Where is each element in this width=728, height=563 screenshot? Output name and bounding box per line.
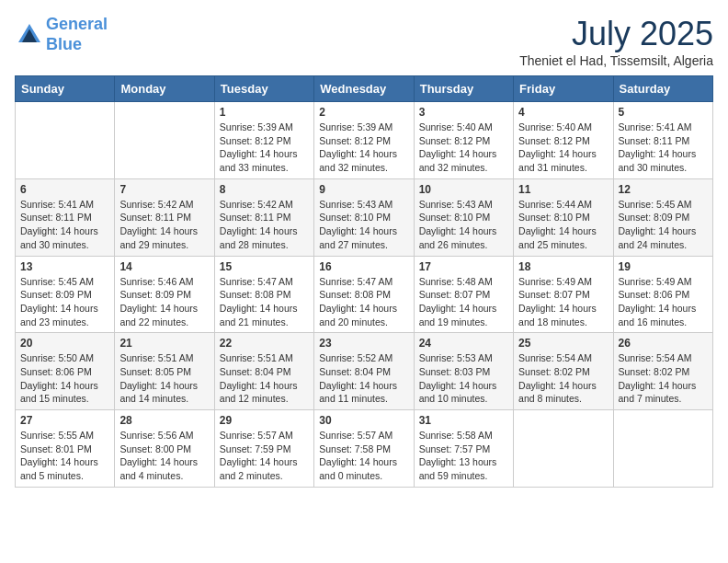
day-info: Sunrise: 5:42 AM Sunset: 8:11 PM Dayligh… (119, 198, 209, 252)
day-number: 2 (319, 106, 408, 119)
calendar-week-row: 13Sunrise: 5:45 AM Sunset: 8:09 PM Dayli… (16, 256, 713, 333)
day-info: Sunrise: 5:51 AM Sunset: 8:05 PM Dayligh… (119, 351, 209, 406)
day-number: 7 (119, 183, 209, 196)
day-info: Sunrise: 5:39 AM Sunset: 8:12 PM Dayligh… (319, 121, 408, 175)
day-info: Sunrise: 5:52 AM Sunset: 8:04 PM Dayligh… (319, 351, 408, 406)
day-number: 30 (319, 414, 408, 427)
day-number: 15 (220, 260, 309, 273)
day-number: 29 (220, 414, 309, 427)
day-number: 9 (319, 183, 408, 196)
weekday-header-cell: Saturday (613, 76, 712, 102)
day-info: Sunrise: 5:40 AM Sunset: 8:12 PM Dayligh… (419, 121, 508, 175)
day-number: 24 (419, 337, 508, 350)
calendar-day-cell: 19Sunrise: 5:49 AM Sunset: 8:06 PM Dayli… (613, 256, 712, 333)
calendar-table: SundayMondayTuesdayWednesdayThursdayFrid… (15, 75, 713, 488)
day-number: 13 (20, 260, 109, 273)
day-number: 21 (119, 337, 209, 350)
calendar-day-cell: 12Sunrise: 5:45 AM Sunset: 8:09 PM Dayli… (613, 178, 712, 256)
day-info: Sunrise: 5:56 AM Sunset: 8:00 PM Dayligh… (119, 429, 209, 483)
calendar-day-cell: 7Sunrise: 5:42 AM Sunset: 8:11 PM Daylig… (115, 178, 214, 256)
location-title: Theniet el Had, Tissemsilt, Algeria (519, 53, 713, 68)
day-number: 17 (419, 260, 508, 273)
day-number: 6 (20, 183, 109, 196)
page-header: General Blue July 2025 Theniet el Had, T… (15, 15, 713, 68)
weekday-header-cell: Friday (514, 76, 613, 102)
calendar-day-cell: 6Sunrise: 5:41 AM Sunset: 8:11 PM Daylig… (16, 178, 115, 256)
calendar-day-cell: 13Sunrise: 5:45 AM Sunset: 8:09 PM Dayli… (16, 256, 115, 333)
day-number: 20 (20, 337, 109, 350)
calendar-day-cell: 1Sunrise: 5:39 AM Sunset: 8:12 PM Daylig… (214, 102, 313, 179)
day-info: Sunrise: 5:49 AM Sunset: 8:07 PM Dayligh… (518, 275, 608, 329)
day-info: Sunrise: 5:47 AM Sunset: 8:08 PM Dayligh… (220, 275, 309, 329)
day-info: Sunrise: 5:43 AM Sunset: 8:10 PM Dayligh… (319, 198, 408, 252)
day-number: 19 (619, 260, 708, 273)
day-number: 23 (319, 337, 408, 350)
day-info: Sunrise: 5:54 AM Sunset: 8:02 PM Dayligh… (619, 351, 708, 406)
calendar-day-cell (115, 102, 214, 179)
calendar-day-cell: 5Sunrise: 5:41 AM Sunset: 8:11 PM Daylig… (613, 102, 712, 179)
logo-text: General Blue (46, 15, 108, 54)
day-info: Sunrise: 5:50 AM Sunset: 8:06 PM Dayligh… (20, 351, 109, 406)
day-number: 26 (619, 337, 708, 350)
calendar-week-row: 1Sunrise: 5:39 AM Sunset: 8:12 PM Daylig… (16, 102, 713, 179)
month-title: July 2025 (519, 15, 713, 53)
calendar-day-cell: 29Sunrise: 5:57 AM Sunset: 7:59 PM Dayli… (214, 410, 313, 488)
day-number: 28 (119, 414, 209, 427)
day-number: 22 (220, 337, 309, 350)
day-info: Sunrise: 5:41 AM Sunset: 8:11 PM Dayligh… (619, 121, 708, 175)
title-block: July 2025 Theniet el Had, Tissemsilt, Al… (519, 15, 713, 68)
day-number: 4 (518, 106, 608, 119)
day-info: Sunrise: 5:57 AM Sunset: 7:59 PM Dayligh… (220, 429, 309, 483)
day-number: 25 (518, 337, 608, 350)
logo: General Blue (15, 15, 108, 54)
calendar-week-row: 27Sunrise: 5:55 AM Sunset: 8:01 PM Dayli… (16, 410, 713, 488)
calendar-day-cell: 4Sunrise: 5:40 AM Sunset: 8:12 PM Daylig… (514, 102, 613, 179)
day-number: 8 (220, 183, 309, 196)
day-info: Sunrise: 5:46 AM Sunset: 8:09 PM Dayligh… (119, 275, 209, 329)
day-number: 16 (319, 260, 408, 273)
calendar-day-cell: 15Sunrise: 5:47 AM Sunset: 8:08 PM Dayli… (214, 256, 313, 333)
day-info: Sunrise: 5:49 AM Sunset: 8:06 PM Dayligh… (619, 275, 708, 329)
calendar-day-cell: 30Sunrise: 5:57 AM Sunset: 7:58 PM Dayli… (314, 410, 414, 488)
day-info: Sunrise: 5:45 AM Sunset: 8:09 PM Dayligh… (619, 198, 708, 252)
weekday-header-cell: Thursday (414, 76, 513, 102)
weekday-header-cell: Monday (115, 76, 214, 102)
calendar-day-cell: 16Sunrise: 5:47 AM Sunset: 8:08 PM Dayli… (314, 256, 414, 333)
calendar-day-cell: 20Sunrise: 5:50 AM Sunset: 8:06 PM Dayli… (16, 333, 115, 410)
calendar-day-cell: 2Sunrise: 5:39 AM Sunset: 8:12 PM Daylig… (314, 102, 414, 179)
day-info: Sunrise: 5:39 AM Sunset: 8:12 PM Dayligh… (220, 121, 309, 175)
weekday-header-cell: Sunday (16, 76, 115, 102)
calendar-day-cell: 14Sunrise: 5:46 AM Sunset: 8:09 PM Dayli… (115, 256, 214, 333)
calendar-day-cell: 26Sunrise: 5:54 AM Sunset: 8:02 PM Dayli… (613, 333, 712, 410)
day-info: Sunrise: 5:57 AM Sunset: 7:58 PM Dayligh… (319, 429, 408, 483)
day-info: Sunrise: 5:51 AM Sunset: 8:04 PM Dayligh… (220, 351, 309, 406)
weekday-header-cell: Tuesday (214, 76, 313, 102)
calendar-day-cell: 11Sunrise: 5:44 AM Sunset: 8:10 PM Dayli… (514, 178, 613, 256)
day-number: 14 (119, 260, 209, 273)
day-info: Sunrise: 5:48 AM Sunset: 8:07 PM Dayligh… (419, 275, 508, 329)
day-number: 1 (220, 106, 309, 119)
calendar-day-cell: 10Sunrise: 5:43 AM Sunset: 8:10 PM Dayli… (414, 178, 513, 256)
day-number: 12 (619, 183, 708, 196)
day-info: Sunrise: 5:42 AM Sunset: 8:11 PM Dayligh… (220, 198, 309, 252)
calendar-day-cell: 3Sunrise: 5:40 AM Sunset: 8:12 PM Daylig… (414, 102, 513, 179)
day-number: 10 (419, 183, 508, 196)
calendar-day-cell (514, 410, 613, 488)
calendar-day-cell: 27Sunrise: 5:55 AM Sunset: 8:01 PM Dayli… (16, 410, 115, 488)
day-number: 31 (419, 414, 508, 427)
day-info: Sunrise: 5:53 AM Sunset: 8:03 PM Dayligh… (419, 351, 508, 406)
day-info: Sunrise: 5:45 AM Sunset: 8:09 PM Dayligh… (20, 275, 109, 329)
calendar-day-cell: 22Sunrise: 5:51 AM Sunset: 8:04 PM Dayli… (214, 333, 313, 410)
calendar-day-cell: 18Sunrise: 5:49 AM Sunset: 8:07 PM Dayli… (514, 256, 613, 333)
calendar-day-cell: 8Sunrise: 5:42 AM Sunset: 8:11 PM Daylig… (214, 178, 313, 256)
weekday-header-cell: Wednesday (314, 76, 414, 102)
day-info: Sunrise: 5:58 AM Sunset: 7:57 PM Dayligh… (419, 429, 508, 483)
calendar-day-cell: 23Sunrise: 5:52 AM Sunset: 8:04 PM Dayli… (314, 333, 414, 410)
day-number: 27 (20, 414, 109, 427)
day-info: Sunrise: 5:40 AM Sunset: 8:12 PM Dayligh… (518, 121, 608, 175)
day-number: 3 (419, 106, 508, 119)
calendar-day-cell: 21Sunrise: 5:51 AM Sunset: 8:05 PM Dayli… (115, 333, 214, 410)
day-info: Sunrise: 5:54 AM Sunset: 8:02 PM Dayligh… (518, 351, 608, 406)
calendar-week-row: 20Sunrise: 5:50 AM Sunset: 8:06 PM Dayli… (16, 333, 713, 410)
day-info: Sunrise: 5:55 AM Sunset: 8:01 PM Dayligh… (20, 429, 109, 483)
